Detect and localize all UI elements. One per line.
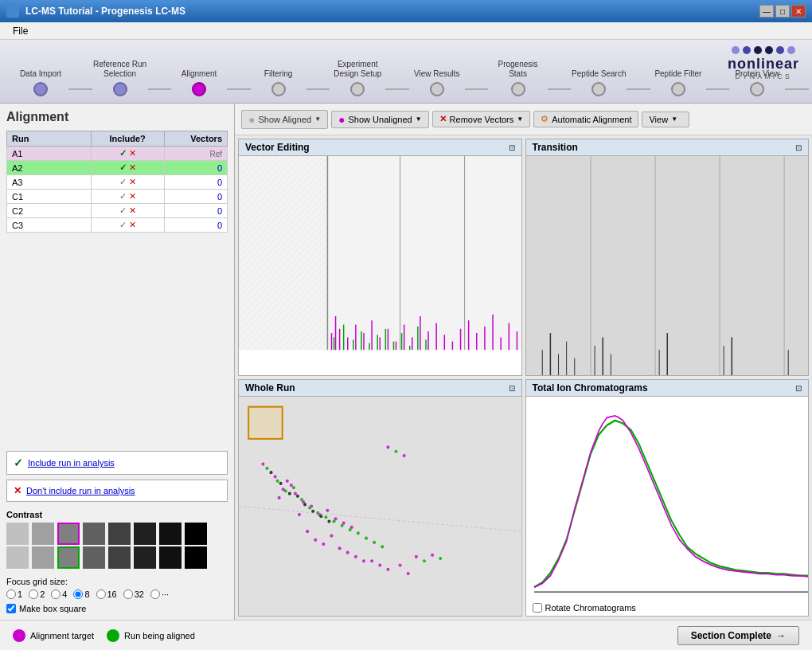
svg-point-64 [274, 475, 277, 478]
run-include[interactable]: ✓ ✕ [91, 204, 164, 218]
tic-panel: Total Ion Chromatograms ⊡ [525, 379, 810, 617]
view-button[interactable]: View ▼ [642, 112, 689, 127]
focus-radio-16[interactable]: 16 [96, 589, 117, 599]
vector-editing-panel: Vector Editing ⊡ [238, 139, 522, 376]
focus-radio-4[interactable]: 4 [51, 589, 67, 599]
pipeline-connector [385, 88, 409, 90]
pipeline-step-alignment[interactable]: Alignment [171, 69, 227, 96]
svg-point-88 [386, 568, 389, 571]
vector-editing-canvas[interactable] [239, 156, 521, 375]
transition-canvas[interactable] [526, 156, 809, 375]
focus-radio-custom[interactable]: ··· [150, 589, 169, 599]
svg-point-66 [286, 480, 289, 483]
tic-expand-icon[interactable]: ⊡ [795, 384, 802, 393]
svg-point-97 [316, 511, 319, 515]
contrast-swatch[interactable] [185, 523, 207, 545]
pipeline-step-progenesis-stats[interactable]: Progenesis Stats [488, 60, 547, 96]
pipeline-step-data-import[interactable]: Data Import [13, 69, 68, 96]
contrast-swatch[interactable] [159, 523, 182, 545]
minimize-button[interactable]: — [759, 5, 774, 18]
logo-dot-4 [765, 46, 773, 54]
show-unaligned-button[interactable]: ● Show Unaligned ▼ [331, 111, 429, 128]
contrast-swatch[interactable] [83, 523, 105, 545]
remove-vectors-label: Remove Vectors [450, 115, 514, 124]
svg-point-91 [265, 467, 268, 470]
pipeline-dot-filtering [271, 82, 286, 96]
transition-body[interactable] [526, 156, 809, 375]
show-aligned-button[interactable]: ● Show Aligned ▼ [241, 110, 328, 129]
pipeline-connector [465, 88, 489, 90]
contrast-swatch-selected[interactable] [57, 523, 80, 545]
whole-run-title: Whole Run [245, 382, 295, 394]
col-header-include: Include? [91, 131, 164, 147]
svg-point-101 [349, 528, 352, 531]
pipeline-connector [785, 88, 809, 90]
focus-radio-2[interactable]: 2 [29, 589, 45, 599]
contrast-swatch[interactable] [6, 546, 29, 569]
nonlinear-logo: nonlinear DYNAMICS [728, 46, 799, 80]
contrast-swatch[interactable] [32, 546, 54, 569]
whole-run-body[interactable] [239, 397, 521, 616]
run-vectors: 0 [164, 190, 227, 204]
remove-vectors-button[interactable]: ✕ Remove Vectors ▼ [432, 111, 531, 127]
file-menu[interactable]: File [6, 24, 34, 38]
section-complete-button[interactable]: Section Complete → [677, 626, 799, 645]
contrast-swatch[interactable] [6, 523, 29, 545]
include-legend-text[interactable]: Include run in analysis [28, 458, 115, 468]
left-panel: Alignment Run Include? Vectors A1 ✓ ✕ [0, 104, 235, 620]
contrast-swatch[interactable] [134, 523, 156, 545]
run-include[interactable]: ✓ ✕ [91, 147, 164, 161]
contrast-swatch[interactable] [185, 546, 207, 569]
pipeline-step-filtering[interactable]: Filtering [251, 69, 306, 96]
contrast-swatch[interactable] [32, 523, 54, 545]
run-include[interactable]: ✓ ✕ [91, 161, 164, 175]
vector-editing-body[interactable] [239, 156, 521, 375]
contrast-swatch[interactable] [134, 546, 156, 569]
contrast-swatch[interactable] [108, 523, 131, 545]
focus-grid-label: Focus grid size: [6, 577, 68, 586]
make-box-square-checkbox[interactable] [6, 604, 16, 613]
pipeline-step-view-results[interactable]: View Results [409, 69, 465, 96]
pipeline-step-peptide-filter[interactable]: Peptide Filter [650, 69, 706, 96]
contrast-swatch-selected[interactable] [57, 546, 80, 569]
exclude-cross-icon: ✕ [14, 485, 21, 496]
svg-point-78 [306, 530, 309, 533]
tic-canvas[interactable] [526, 397, 809, 616]
pipeline-step-report[interactable]: Report [809, 69, 812, 96]
svg-point-67 [294, 492, 297, 495]
vector-editing-expand-icon[interactable]: ⊡ [509, 143, 515, 152]
run-include[interactable]: ✓ ✕ [91, 190, 164, 204]
pipeline-step-design[interactable]: ExperimentDesign Setup [330, 60, 385, 96]
close-button[interactable]: ✕ [791, 5, 806, 18]
tic-header: Total Ion Chromatograms ⊡ [526, 380, 809, 397]
run-include[interactable]: ✓ ✕ [91, 175, 164, 190]
focus-radio-1[interactable]: 1 [6, 589, 22, 599]
contrast-swatch[interactable] [108, 546, 131, 569]
svg-point-102 [357, 531, 360, 534]
svg-point-107 [279, 482, 283, 485]
pipeline-step-reference-run[interactable]: Reference RunSelection [92, 60, 148, 96]
auto-align-button[interactable]: ⚙ Automatic Alignment [533, 111, 638, 127]
exclude-legend-text[interactable]: Don't include run in analysis [26, 486, 135, 495]
run-name: C1 [7, 190, 92, 204]
run-vectors: 0 [164, 161, 227, 175]
svg-point-89 [399, 563, 402, 566]
table-row: C1 ✓ ✕ 0 [7, 190, 228, 204]
contrast-swatch[interactable] [83, 546, 105, 569]
table-row: A3 ✓ ✕ 0 [7, 175, 228, 190]
maximize-button[interactable]: □ [775, 5, 790, 18]
whole-run-canvas[interactable] [239, 397, 521, 616]
whole-run-expand-icon[interactable]: ⊡ [509, 384, 515, 393]
run-table: Run Include? Vectors A1 ✓ ✕ Ref [6, 131, 228, 233]
svg-point-115 [423, 559, 426, 562]
focus-radio-32[interactable]: 32 [123, 589, 144, 599]
pipeline-step-peptide-search[interactable]: Peptide Search [571, 69, 627, 96]
table-row: C2 ✓ ✕ 0 [7, 204, 228, 218]
contrast-swatch[interactable] [159, 546, 182, 569]
rotate-chromatograms-checkbox[interactable] [533, 603, 542, 613]
run-include[interactable]: ✓ ✕ [91, 218, 164, 233]
tic-body[interactable]: Rotate Chromatograms [526, 397, 809, 616]
transition-expand-icon[interactable]: ⊡ [795, 143, 802, 152]
focus-radio-8[interactable]: 8 [73, 589, 89, 599]
run-being-aligned-legend: Run being aligned [107, 629, 195, 642]
